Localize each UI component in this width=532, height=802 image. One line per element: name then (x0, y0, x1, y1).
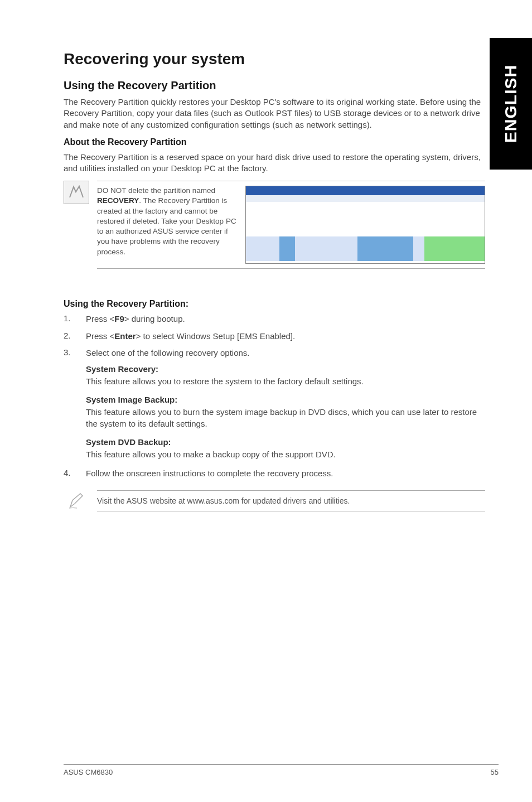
footer-product: ASUS CM6830 (64, 768, 113, 776)
language-side-tab: ENGLISH (490, 38, 532, 170)
page-footer: ASUS CM6830 55 (64, 764, 499, 776)
note-text: Visit the ASUS website at www.asus.com f… (97, 490, 485, 511)
language-label: ENGLISH (501, 65, 520, 143)
step-3: 3. Select one of the following recovery … (64, 347, 485, 359)
page-content: Recovering your system Using the Recover… (0, 0, 532, 513)
option-system-image-backup: System Image Backup: This feature allows… (86, 395, 485, 429)
step-2: 2. Press <Enter> to select Windows Setup… (64, 331, 485, 342)
page-title: Recovering your system (64, 50, 485, 68)
callout-text: DO NOT delete the partition named RECOVE… (97, 186, 236, 257)
section-heading-about: About the Recovery Partition (64, 137, 485, 147)
footer-page-number: 55 (491, 768, 499, 776)
note-callout: Visit the ASUS website at www.asus.com f… (64, 489, 485, 513)
step-4: 4. Follow the onscreen instructions to c… (64, 468, 485, 479)
usage-heading: Using the Recovery Partition: (64, 299, 485, 309)
intro-paragraph: The Recovery Partition quickly restores … (64, 96, 485, 131)
about-paragraph: The Recovery Partition is a reserved spa… (64, 152, 485, 175)
pencil-icon (64, 489, 89, 513)
step-1: 1. Press <F9> during bootup. (64, 313, 485, 325)
option-system-recovery: System Recovery: This feature allows you… (86, 364, 485, 387)
section-heading-using: Using the Recovery Partition (64, 79, 485, 92)
warning-callout: DO NOT delete the partition named RECOVE… (64, 181, 485, 269)
callout-body: DO NOT delete the partition named RECOVE… (97, 181, 485, 269)
option-system-dvd-backup: System DVD Backup: This feature allows y… (86, 437, 485, 460)
warning-icon (64, 181, 89, 204)
disk-management-screenshot (245, 186, 485, 264)
